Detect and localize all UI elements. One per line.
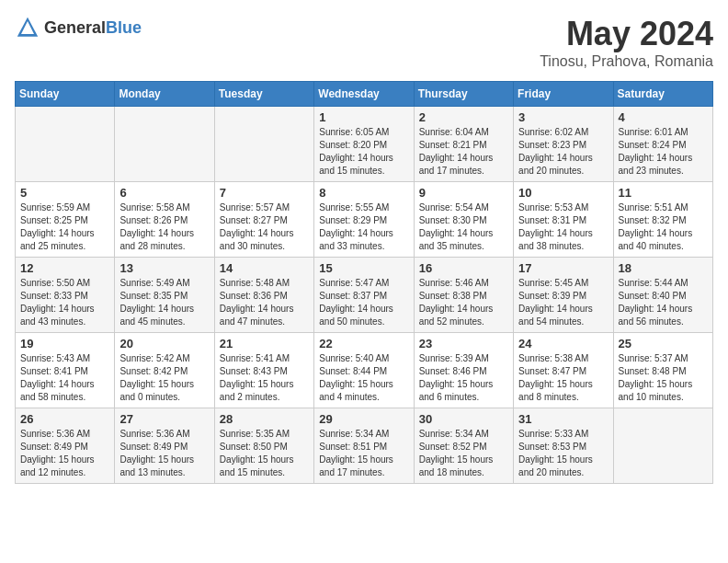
calendar-cell: 7Sunrise: 5:57 AM Sunset: 8:27 PM Daylig… [214, 182, 313, 258]
day-info: Sunrise: 5:53 AM Sunset: 8:31 PM Dayligh… [518, 201, 608, 253]
day-number: 17 [518, 261, 608, 275]
day-number: 12 [20, 261, 109, 275]
day-number: 18 [619, 261, 708, 275]
day-header-monday: Monday [115, 82, 214, 107]
day-number: 30 [419, 412, 508, 426]
week-row-3: 12Sunrise: 5:50 AM Sunset: 8:33 PM Dayli… [16, 258, 713, 333]
day-info: Sunrise: 5:36 AM Sunset: 8:49 PM Dayligh… [20, 428, 109, 479]
day-number: 7 [220, 186, 309, 200]
location: Tinosu, Prahova, Romania [540, 53, 713, 70]
day-info: Sunrise: 5:44 AM Sunset: 8:40 PM Dayligh… [619, 277, 708, 328]
day-number: 28 [220, 412, 309, 426]
calendar-cell: 15Sunrise: 5:47 AM Sunset: 8:37 PM Dayli… [314, 258, 414, 333]
day-info: Sunrise: 6:04 AM Sunset: 8:21 PM Dayligh… [419, 126, 508, 178]
calendar-cell: 18Sunrise: 5:44 AM Sunset: 8:40 PM Dayli… [613, 258, 712, 333]
day-number: 31 [518, 412, 608, 426]
day-number: 5 [20, 186, 109, 200]
calendar-cell: 19Sunrise: 5:43 AM Sunset: 8:41 PM Dayli… [16, 333, 115, 408]
day-info: Sunrise: 5:51 AM Sunset: 8:32 PM Dayligh… [619, 201, 708, 253]
calendar-cell [613, 408, 712, 484]
day-info: Sunrise: 5:47 AM Sunset: 8:37 PM Dayligh… [319, 277, 408, 328]
calendar-cell: 23Sunrise: 5:39 AM Sunset: 8:46 PM Dayli… [414, 333, 513, 408]
calendar-cell [16, 107, 115, 182]
calendar-cell: 28Sunrise: 5:35 AM Sunset: 8:50 PM Dayli… [214, 408, 313, 484]
logo-text-blue: Blue [106, 18, 142, 37]
day-info: Sunrise: 5:45 AM Sunset: 8:39 PM Dayligh… [518, 277, 608, 328]
page-header: GeneralBlue May 2024 Tinosu, Prahova, Ro… [15, 15, 713, 70]
calendar-cell: 4Sunrise: 6:01 AM Sunset: 8:24 PM Daylig… [613, 107, 712, 182]
calendar-table: SundayMondayTuesdayWednesdayThursdayFrid… [15, 81, 713, 484]
day-info: Sunrise: 5:34 AM Sunset: 8:51 PM Dayligh… [319, 428, 408, 479]
calendar-cell: 9Sunrise: 5:54 AM Sunset: 8:30 PM Daylig… [414, 182, 513, 258]
day-info: Sunrise: 5:55 AM Sunset: 8:29 PM Dayligh… [319, 201, 408, 253]
calendar-cell: 6Sunrise: 5:58 AM Sunset: 8:26 PM Daylig… [115, 182, 214, 258]
week-row-2: 5Sunrise: 5:59 AM Sunset: 8:25 PM Daylig… [16, 182, 713, 258]
calendar-cell: 22Sunrise: 5:40 AM Sunset: 8:44 PM Dayli… [314, 333, 414, 408]
day-number: 1 [319, 110, 408, 124]
day-header-sunday: Sunday [16, 82, 115, 107]
day-number: 27 [119, 412, 209, 426]
day-info: Sunrise: 5:34 AM Sunset: 8:52 PM Dayligh… [419, 428, 508, 479]
day-number: 6 [119, 186, 209, 200]
day-info: Sunrise: 5:46 AM Sunset: 8:38 PM Dayligh… [419, 277, 508, 328]
day-info: Sunrise: 5:54 AM Sunset: 8:30 PM Dayligh… [419, 201, 508, 253]
day-number: 26 [20, 412, 109, 426]
day-number: 29 [319, 412, 408, 426]
day-info: Sunrise: 5:35 AM Sunset: 8:50 PM Dayligh… [220, 428, 309, 479]
calendar-cell: 5Sunrise: 5:59 AM Sunset: 8:25 PM Daylig… [16, 182, 115, 258]
day-header-wednesday: Wednesday [314, 82, 414, 107]
calendar-cell: 30Sunrise: 5:34 AM Sunset: 8:52 PM Dayli… [414, 408, 513, 484]
day-header-saturday: Saturday [613, 82, 712, 107]
calendar-cell: 26Sunrise: 5:36 AM Sunset: 8:49 PM Dayli… [16, 408, 115, 484]
day-number: 23 [419, 337, 508, 350]
calendar-cell: 11Sunrise: 5:51 AM Sunset: 8:32 PM Dayli… [613, 182, 712, 258]
day-info: Sunrise: 6:01 AM Sunset: 8:24 PM Dayligh… [619, 126, 708, 178]
calendar-cell: 8Sunrise: 5:55 AM Sunset: 8:29 PM Daylig… [314, 182, 414, 258]
week-row-5: 26Sunrise: 5:36 AM Sunset: 8:49 PM Dayli… [16, 408, 713, 484]
day-info: Sunrise: 6:05 AM Sunset: 8:20 PM Dayligh… [319, 126, 408, 178]
day-info: Sunrise: 5:37 AM Sunset: 8:48 PM Dayligh… [619, 352, 708, 404]
logo-text-general: General [44, 18, 106, 37]
day-number: 24 [518, 337, 608, 350]
calendar-cell: 14Sunrise: 5:48 AM Sunset: 8:36 PM Dayli… [214, 258, 313, 333]
day-number: 21 [220, 337, 309, 350]
day-info: Sunrise: 5:38 AM Sunset: 8:47 PM Dayligh… [518, 352, 608, 404]
day-info: Sunrise: 5:33 AM Sunset: 8:53 PM Dayligh… [518, 428, 608, 479]
day-number: 22 [319, 337, 408, 350]
day-number: 9 [419, 186, 508, 200]
day-number: 4 [619, 110, 708, 124]
week-row-4: 19Sunrise: 5:43 AM Sunset: 8:41 PM Dayli… [16, 333, 713, 408]
calendar-cell: 12Sunrise: 5:50 AM Sunset: 8:33 PM Dayli… [16, 258, 115, 333]
calendar-cell: 10Sunrise: 5:53 AM Sunset: 8:31 PM Dayli… [514, 182, 613, 258]
calendar-cell: 2Sunrise: 6:04 AM Sunset: 8:21 PM Daylig… [414, 107, 513, 182]
day-number: 14 [220, 261, 309, 275]
week-row-1: 1Sunrise: 6:05 AM Sunset: 8:20 PM Daylig… [16, 107, 713, 182]
day-number: 15 [319, 261, 408, 275]
day-number: 25 [619, 337, 708, 350]
day-info: Sunrise: 5:50 AM Sunset: 8:33 PM Dayligh… [20, 277, 109, 328]
day-number: 16 [419, 261, 508, 275]
calendar-cell [214, 107, 313, 182]
day-info: Sunrise: 5:59 AM Sunset: 8:25 PM Dayligh… [20, 201, 109, 253]
day-number: 8 [319, 186, 408, 200]
header-row: SundayMondayTuesdayWednesdayThursdayFrid… [16, 82, 713, 107]
day-info: Sunrise: 5:43 AM Sunset: 8:41 PM Dayligh… [20, 352, 109, 404]
calendar-cell: 25Sunrise: 5:37 AM Sunset: 8:48 PM Dayli… [613, 333, 712, 408]
day-number: 10 [518, 186, 608, 200]
day-info: Sunrise: 5:40 AM Sunset: 8:44 PM Dayligh… [319, 352, 408, 404]
day-info: Sunrise: 5:42 AM Sunset: 8:42 PM Dayligh… [119, 352, 209, 404]
calendar-cell: 31Sunrise: 5:33 AM Sunset: 8:53 PM Dayli… [514, 408, 613, 484]
day-header-friday: Friday [514, 82, 613, 107]
day-number: 20 [119, 337, 209, 350]
calendar-cell: 1Sunrise: 6:05 AM Sunset: 8:20 PM Daylig… [314, 107, 414, 182]
day-info: Sunrise: 5:48 AM Sunset: 8:36 PM Dayligh… [220, 277, 309, 328]
day-info: Sunrise: 5:57 AM Sunset: 8:27 PM Dayligh… [220, 201, 309, 253]
day-number: 2 [419, 110, 508, 124]
day-number: 13 [119, 261, 209, 275]
day-info: Sunrise: 5:49 AM Sunset: 8:35 PM Dayligh… [119, 277, 209, 328]
month-title: May 2024 [540, 15, 713, 53]
calendar-cell: 16Sunrise: 5:46 AM Sunset: 8:38 PM Dayli… [414, 258, 513, 333]
calendar-cell: 21Sunrise: 5:41 AM Sunset: 8:43 PM Dayli… [214, 333, 313, 408]
calendar-cell: 3Sunrise: 6:02 AM Sunset: 8:23 PM Daylig… [514, 107, 613, 182]
day-number: 11 [619, 186, 708, 200]
